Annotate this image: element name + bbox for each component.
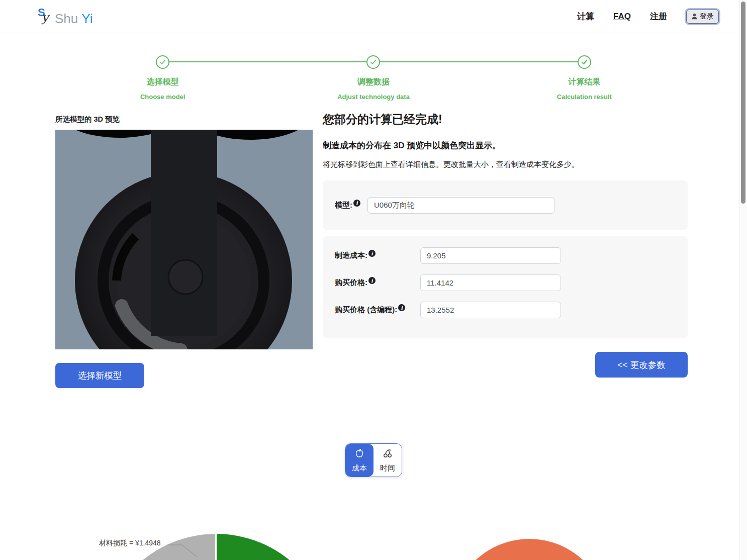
result-subheading: 制造成本的分布在 3D 预览中以颜色突出显示。 — [323, 140, 688, 151]
purchase-price-label: 购买价格: — [335, 278, 367, 288]
nav-links: 计算 FAQ 注册 登录 — [577, 10, 719, 24]
model-field-card: 模型: i — [323, 180, 688, 230]
apple-icon — [354, 448, 365, 460]
step-label-en: Adjust technology data — [337, 93, 410, 101]
logo-letter-y: y — [42, 11, 49, 25]
model-3d-preview[interactable] — [55, 130, 313, 349]
result-heading: 您部分的计算已经完成! — [323, 112, 688, 127]
info-icon[interactable]: i — [353, 200, 360, 207]
toggle-cost[interactable]: 成本 — [345, 444, 374, 477]
info-icon[interactable]: i — [368, 250, 376, 257]
result-column: 您部分的计算已经完成! 制造成本的分布在 3D 预览中以颜色突出显示。 将光标移… — [323, 101, 688, 388]
model-field-label-wrap: 模型: i — [335, 201, 360, 210]
toggle-time-label: 时间 — [380, 463, 395, 473]
brand-name-shu: Shu — [55, 11, 78, 27]
step-label-en: Choose model — [140, 93, 185, 101]
vertical-scrollbar-track[interactable] — [739, 0, 747, 560]
nav-link-faq[interactable]: FAQ — [613, 12, 631, 22]
change-parameters-button[interactable]: << 更改参数 — [595, 352, 688, 378]
purchase-price-input[interactable] — [420, 274, 561, 291]
manufacturing-cost-input[interactable] — [420, 247, 561, 264]
pie-slice-annotation: 材料损耗 = ¥1.4948 — [99, 539, 161, 548]
model-field-label: 模型: — [335, 201, 352, 210]
step-label-zh: 调整数据 — [357, 77, 390, 87]
progress-stepper: 选择模型 Choose model 调整数据 Adjust technology… — [57, 55, 690, 101]
login-label: 登录 — [700, 12, 714, 21]
toggle-time[interactable]: 时间 — [374, 444, 402, 477]
purchase-price-programming-label-wrap: 购买价格 (含编程): i — [335, 305, 420, 315]
step-check-icon — [578, 55, 591, 69]
nav-link-register[interactable]: 注册 — [650, 11, 667, 22]
section-divider — [55, 418, 692, 418]
change-params-row: << 更改参数 — [323, 352, 688, 378]
cost-fields-card: 制造成本: i 购买价格: i 购买价格 (含编程): i — [323, 236, 688, 338]
info-icon[interactable]: i — [368, 277, 376, 284]
logo-monogram: S y — [38, 6, 53, 23]
purchase-price-programming-input[interactable] — [420, 302, 561, 318]
secondary-pie-chart[interactable] — [451, 539, 608, 560]
navbar: S y Shu Yi 计算 FAQ 注册 登录 — [0, 0, 747, 33]
model-preview-column: 所选模型的 3D 预览 — [55, 101, 313, 388]
step-label-zh: 计算结果 — [568, 77, 600, 87]
result-hint: 将光标移到彩色面上查看详细信息。更改批量大小，查看制造成本变化多少。 — [323, 160, 688, 169]
purchase-price-programming-label: 购买价格 (含编程): — [335, 305, 397, 315]
brand-name-yi: Yi — [81, 11, 92, 27]
model-input[interactable] — [367, 197, 554, 214]
person-icon — [691, 13, 698, 20]
step-label-zh: 选择模型 — [147, 77, 179, 87]
choose-new-model-button[interactable]: 选择新模型 — [55, 363, 144, 388]
vertical-scrollbar-thumb[interactable] — [741, 2, 745, 204]
login-button[interactable]: 登录 — [686, 10, 719, 24]
step-check-icon — [156, 55, 169, 69]
toggle-cost-label: 成本 — [352, 463, 367, 473]
brand-logo[interactable]: S y Shu Yi — [38, 6, 92, 27]
nav-link-calculate[interactable]: 计算 — [577, 11, 594, 22]
main-content: 所选模型的 3D 预览 — [0, 101, 747, 388]
page: S y Shu Yi 计算 FAQ 注册 登录 选择模型 Choo — [0, 0, 747, 560]
info-icon[interactable]: i — [398, 304, 405, 311]
field-row-purchase-price: 购买价格: i — [335, 274, 676, 291]
manufacturing-cost-label: 制造成本: — [335, 251, 367, 260]
cherries-icon — [382, 448, 393, 460]
field-row-purchase-price-programming: 购买价格 (含编程): i — [335, 302, 676, 318]
step-check-icon — [366, 55, 380, 69]
manufacturing-cost-label-wrap: 制造成本: i — [335, 251, 420, 260]
step-label-en: Calculation result — [557, 93, 612, 101]
step-choose-model[interactable]: 选择模型 Choose model — [57, 55, 268, 101]
purchase-price-label-wrap: 购买价格: i — [335, 278, 420, 288]
cost-time-toggle: 成本 时间 — [345, 443, 402, 477]
step-calculation-result[interactable]: 计算结果 Calculation result — [479, 55, 690, 101]
pie-annotation-leader-line — [166, 541, 201, 559]
step-adjust-data[interactable]: 调整数据 Adjust technology data — [268, 55, 479, 101]
preview-title: 所选模型的 3D 预览 — [55, 115, 313, 124]
field-row-manufacturing-cost: 制造成本: i — [335, 247, 676, 264]
